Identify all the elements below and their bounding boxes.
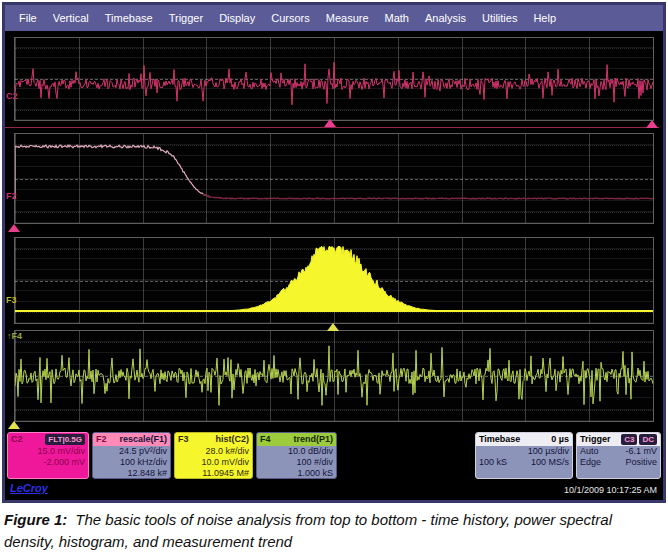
c2-vertical-scale: 15.0 mV/div xyxy=(8,446,88,457)
histogram-center-marker[interactable] xyxy=(327,323,339,331)
trigger-label: Trigger xyxy=(580,434,611,445)
oscilloscope-window: File Vertical Timebase Trigger Display C… xyxy=(2,2,666,503)
panel-histogram xyxy=(14,237,654,324)
c2-filter-badge: FLT|0.5G xyxy=(45,434,85,445)
f3-function: hist(C2) xyxy=(216,434,250,445)
descriptor-spacer xyxy=(340,432,472,479)
channel-c2-descriptor[interactable]: C2 FLT|0.5G 15.0 mV/div -2.000 mV xyxy=(7,432,89,479)
trigger-type: Edge xyxy=(580,457,601,468)
trace-f4-descriptor[interactable]: F4 trend(P1) 10.0 dB/div 100 #/div 1.000… xyxy=(256,432,337,479)
trigger-level: -6.1 mV xyxy=(625,446,657,457)
lecroy-logo[interactable]: LeCroy xyxy=(10,482,48,494)
trace-f2-descriptor[interactable]: F2 rescale(F1) 24.5 pV²/div 100 kHz/div … xyxy=(92,432,171,479)
trigger-position-marker-right[interactable] xyxy=(646,120,658,128)
menu-bar: File Vertical Timebase Trigger Display C… xyxy=(5,5,663,31)
menu-item-trigger[interactable]: Trigger xyxy=(161,12,211,24)
timebase-scale: 100 µs/div xyxy=(476,446,572,457)
trace-label-f2: F2 xyxy=(6,191,17,201)
trend-position-marker[interactable] xyxy=(8,421,20,429)
menu-item-utilities[interactable]: Utilities xyxy=(474,12,525,24)
timebase-label: Timebase xyxy=(479,434,520,445)
trace-zero-line xyxy=(5,127,659,128)
f3-label: F3 xyxy=(178,434,189,445)
panel-psd xyxy=(14,133,654,224)
panel-time-history xyxy=(14,37,654,121)
trace-label-f4-text: F4 xyxy=(12,331,23,341)
trigger-coupling-badge: DC xyxy=(639,434,657,445)
screenshot-root: File Vertical Timebase Trigger Display C… xyxy=(0,0,668,556)
time-history-trace xyxy=(15,38,653,120)
f3-population: 11.0945 M# xyxy=(175,468,252,479)
timebase-memory: 100 kS xyxy=(479,457,507,468)
menu-item-measure[interactable]: Measure xyxy=(318,12,377,24)
f2-vertical-scale: 24.5 pV²/div xyxy=(93,446,170,457)
menu-item-help[interactable]: Help xyxy=(525,12,564,24)
timebase-descriptor[interactable]: Timebase 0 µs 100 µs/div 100 kS 100 MS/s xyxy=(475,432,573,479)
f2-label: F2 xyxy=(96,434,107,445)
f3-vertical-scale: 28.0 k#/div xyxy=(175,446,252,457)
c2-offset: -2.000 mV xyxy=(8,457,88,468)
menu-item-math[interactable]: Math xyxy=(377,12,417,24)
datetime-display: 10/1/2009 10:17:25 AM xyxy=(564,485,657,495)
menu-item-timebase[interactable]: Timebase xyxy=(97,12,161,24)
f3-horizontal-scale: 10.0 mV/div xyxy=(175,457,252,468)
figure-caption-title: Figure 1: xyxy=(4,511,67,528)
psd-trace xyxy=(15,134,653,223)
panel-trend xyxy=(14,330,654,422)
trigger-source-badge: C3 xyxy=(621,434,637,445)
trend-trace xyxy=(15,331,653,421)
f4-samples: 1.000 kS xyxy=(257,468,336,479)
timebase-samplerate: 100 MS/s xyxy=(531,457,569,468)
trigger-slope: Positive xyxy=(625,457,657,468)
menu-item-vertical[interactable]: Vertical xyxy=(45,12,97,24)
figure-caption: Figure 1:The basic tools of noise analys… xyxy=(0,505,668,556)
f4-vertical-scale: 10.0 dB/div xyxy=(257,446,336,457)
f2-points: 12.848 k# xyxy=(93,468,170,479)
c2-label: C2 xyxy=(11,434,23,445)
menu-item-file[interactable]: File xyxy=(11,12,45,24)
trace-label-f3: F3 xyxy=(6,295,17,305)
timebase-delay: 0 µs xyxy=(551,434,569,445)
trace-label-c2: C2 xyxy=(6,91,18,101)
f4-horizontal-scale: 100 #/div xyxy=(257,457,336,468)
trace-label-f4: ↑F4 xyxy=(7,331,22,341)
f2-horizontal-scale: 100 kHz/div xyxy=(93,457,170,468)
descriptor-row: C2 FLT|0.5G 15.0 mV/div -2.000 mV F2 res… xyxy=(7,432,661,479)
menu-item-analysis[interactable]: Analysis xyxy=(417,12,474,24)
trigger-descriptor[interactable]: Trigger C3 DC Auto -6.1 mV Edge Positive xyxy=(576,432,661,479)
menu-item-display[interactable]: Display xyxy=(211,12,263,24)
f2-function: rescale(F1) xyxy=(119,434,167,445)
trigger-position-marker[interactable] xyxy=(324,119,336,127)
f4-function: trend(P1) xyxy=(293,434,333,445)
figure-caption-text: The basic tools of noise analysis from t… xyxy=(4,511,612,550)
menu-item-cursors[interactable]: Cursors xyxy=(263,12,318,24)
psd-position-marker[interactable] xyxy=(8,224,20,232)
trace-f3-descriptor[interactable]: F3 hist(C2) 28.0 k#/div 10.0 mV/div 11.0… xyxy=(174,432,253,479)
f4-label: F4 xyxy=(260,434,271,445)
scope-display: C2 F2 F3 xyxy=(5,31,663,500)
histogram-trace xyxy=(15,238,653,323)
trigger-mode: Auto xyxy=(580,446,599,457)
